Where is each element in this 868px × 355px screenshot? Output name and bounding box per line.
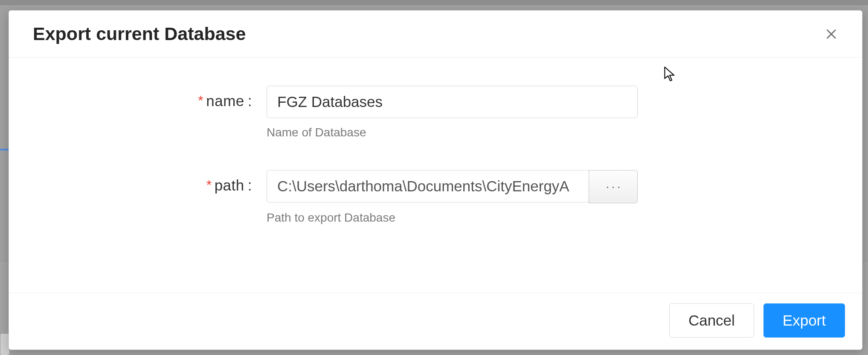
- path-label-text: path: [215, 177, 244, 193]
- required-asterisk-icon: *: [198, 93, 203, 108]
- background-toolbar: [0, 0, 868, 5]
- modal-body: *name: Name of Database *path: ··· Path …: [9, 58, 862, 293]
- modal-title: Export current Database: [33, 23, 246, 44]
- close-button[interactable]: [821, 24, 842, 44]
- label-colon: :: [248, 177, 252, 193]
- close-icon: [825, 28, 838, 40]
- label-colon: :: [248, 92, 252, 109]
- name-label: *name:: [35, 86, 267, 110]
- path-input[interactable]: [267, 170, 589, 202]
- name-helper-text: Name of Database: [267, 126, 638, 139]
- export-database-modal: Export current Database *name: Name of D…: [9, 10, 862, 350]
- required-asterisk-icon: *: [206, 177, 212, 193]
- export-button[interactable]: Export: [763, 303, 845, 338]
- form-row-name: *name: Name of Database: [35, 86, 836, 139]
- modal-header: Export current Database: [9, 11, 862, 58]
- browse-button[interactable]: ···: [589, 170, 638, 203]
- name-input[interactable]: [267, 86, 638, 118]
- name-field-cell: Name of Database: [267, 86, 638, 139]
- cancel-button[interactable]: Cancel: [669, 303, 754, 338]
- form-row-path: *path: ··· Path to export Database: [35, 170, 836, 225]
- ellipsis-icon: ···: [606, 180, 623, 193]
- modal-footer: Cancel Export: [9, 293, 862, 349]
- path-field-cell: ··· Path to export Database: [267, 170, 638, 225]
- path-helper-text: Path to export Database: [267, 211, 638, 225]
- path-input-group: ···: [267, 170, 638, 203]
- name-label-text: name: [206, 92, 244, 109]
- path-label: *path:: [35, 170, 267, 194]
